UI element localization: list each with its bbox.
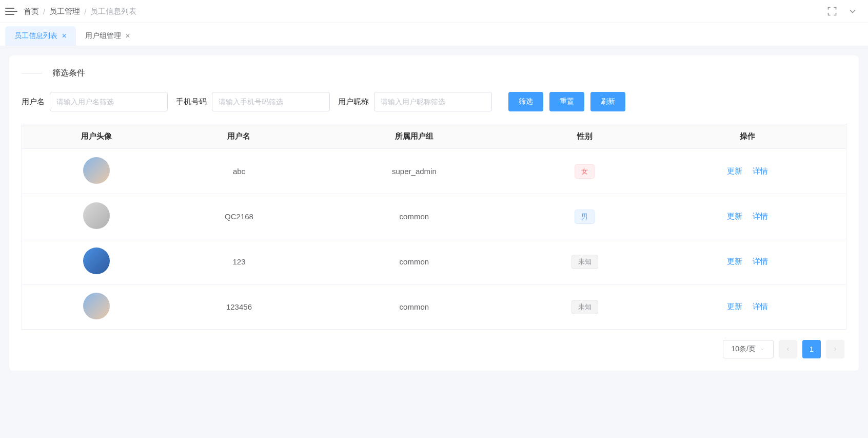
cell-group: common (308, 284, 521, 330)
tab-label: 用户组管理 (85, 31, 121, 41)
update-link[interactable]: 更新 (727, 257, 742, 266)
nickname-input[interactable] (374, 92, 492, 111)
gender-tag: 女 (575, 164, 595, 179)
tab-user-group[interactable]: 用户组管理 ✕ (76, 26, 140, 46)
cell-group: common (308, 239, 521, 284)
col-actions: 操作 (648, 124, 846, 149)
close-icon[interactable]: ✕ (125, 32, 130, 40)
col-avatar: 用户头像 (22, 124, 171, 149)
refresh-button[interactable]: 刷新 (590, 92, 625, 111)
gender-tag: 未知 (571, 255, 598, 269)
col-gender: 性别 (521, 124, 648, 149)
gender-tag: 未知 (571, 300, 598, 314)
divider (22, 73, 42, 73)
users-table: 用户头像 用户名 所属用户组 性别 操作 abc super_admin 女 更… (22, 124, 846, 330)
detail-link[interactable]: 详情 (753, 166, 768, 176)
breadcrumb-home[interactable]: 首页 (24, 7, 39, 16)
table-row: 123 common 未知 更新 详情 (22, 239, 846, 284)
table-row: 123456 common 未知 更新 详情 (22, 284, 846, 330)
avatar (83, 202, 110, 229)
phone-label: 手机号码 (176, 97, 207, 107)
section-title: 筛选条件 (52, 68, 85, 79)
filter-row: 用户名 手机号码 用户昵称 筛选 重置 刷新 (22, 92, 846, 111)
filter-button[interactable]: 筛选 (508, 92, 543, 111)
avatar (83, 157, 110, 184)
tab-label: 员工信息列表 (14, 31, 57, 41)
cell-username: 123 (170, 239, 308, 284)
close-icon[interactable]: ✕ (62, 32, 67, 40)
content-panel: 筛选条件 用户名 手机号码 用户昵称 筛选 重置 刷新 用户头像 用户名 所属用… (9, 55, 859, 371)
tab-employee-list[interactable]: 员工信息列表 ✕ (5, 26, 76, 46)
avatar (83, 293, 110, 319)
cell-username: 123456 (170, 284, 308, 330)
menu-toggle-icon[interactable] (5, 5, 17, 17)
detail-link[interactable]: 详情 (753, 212, 768, 221)
table-row: abc super_admin 女 更新 详情 (22, 149, 846, 194)
col-username: 用户名 (170, 124, 308, 149)
nickname-label: 用户昵称 (338, 97, 369, 107)
breadcrumb-sep: / (43, 7, 45, 16)
breadcrumb: 首页 / 员工管理 / 员工信息列表 (24, 7, 136, 16)
chevron-down-icon[interactable] (847, 6, 858, 16)
update-link[interactable]: 更新 (727, 212, 742, 221)
section-header: 筛选条件 (22, 68, 846, 79)
username-label: 用户名 (22, 97, 45, 107)
fullscreen-icon[interactable] (827, 6, 837, 16)
page-number-button[interactable]: 1 (802, 340, 821, 358)
gender-tag: 男 (575, 210, 595, 224)
detail-link[interactable]: 详情 (753, 257, 768, 266)
table-row: QC2168 common 男 更新 详情 (22, 194, 846, 239)
cell-username: QC2168 (170, 194, 308, 239)
cell-username: abc (170, 149, 308, 194)
page-size-select[interactable]: 10条/页 (723, 340, 774, 358)
reset-button[interactable]: 重置 (549, 92, 584, 111)
username-input[interactable] (50, 92, 168, 111)
update-link[interactable]: 更新 (727, 302, 742, 312)
update-link[interactable]: 更新 (727, 166, 742, 176)
phone-input[interactable] (212, 92, 330, 111)
breadcrumb-current: 员工信息列表 (90, 7, 136, 16)
next-page-button[interactable] (826, 340, 844, 358)
col-group: 所属用户组 (308, 124, 521, 149)
cell-group: common (308, 194, 521, 239)
prev-page-button[interactable] (779, 340, 797, 358)
breadcrumb-section[interactable]: 员工管理 (49, 7, 80, 16)
tabs-bar: 员工信息列表 ✕ 用户组管理 ✕ (0, 23, 868, 46)
cell-group: super_admin (308, 149, 521, 194)
pagination: 10条/页 1 (22, 340, 846, 358)
avatar (83, 247, 110, 274)
header-bar: 首页 / 员工管理 / 员工信息列表 (0, 0, 868, 23)
chevron-down-icon (760, 347, 765, 352)
breadcrumb-sep: / (84, 7, 86, 16)
detail-link[interactable]: 详情 (753, 302, 768, 312)
page-size-label: 10条/页 (732, 345, 756, 354)
